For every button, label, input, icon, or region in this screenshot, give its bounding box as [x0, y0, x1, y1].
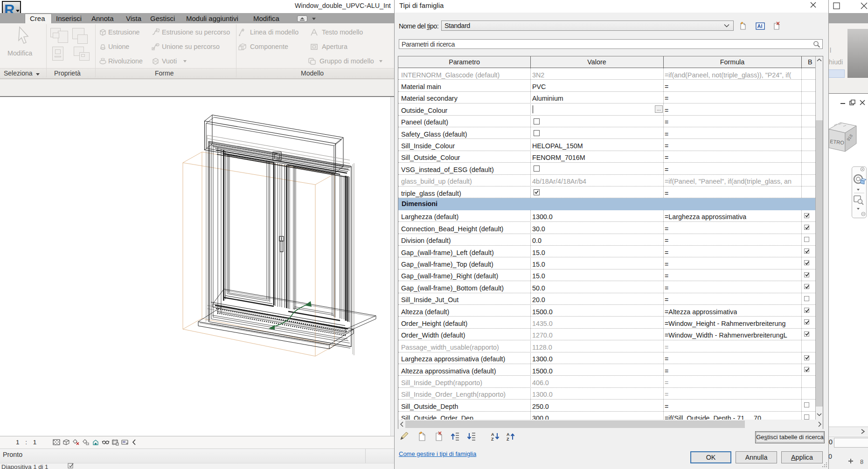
svg-text:A: A — [491, 432, 494, 437]
svg-text:Z: Z — [507, 437, 509, 441]
svg-text:A: A — [507, 432, 510, 437]
svg-text:Z: Z — [491, 437, 494, 441]
